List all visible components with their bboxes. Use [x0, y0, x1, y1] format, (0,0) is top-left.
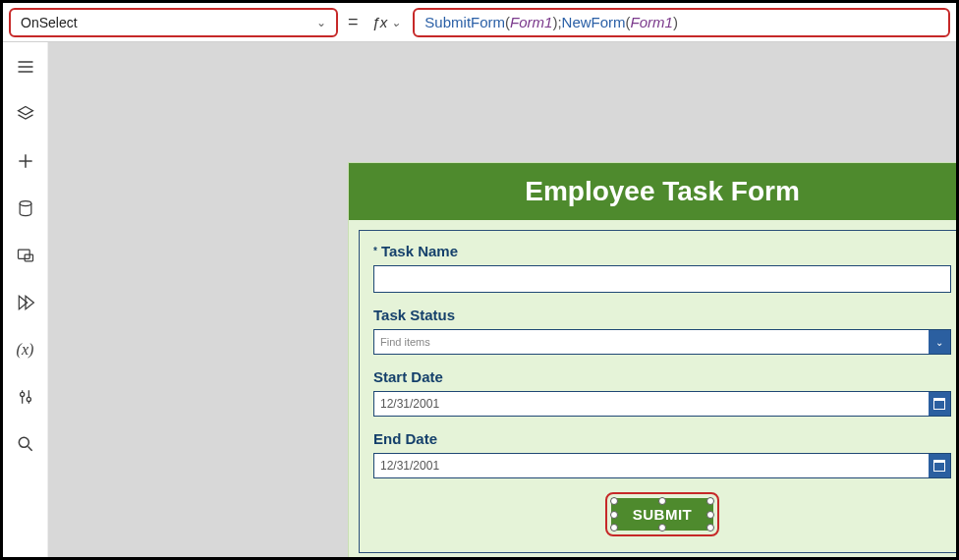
start-date-field: Start Date 12/31/2001 — [373, 368, 951, 417]
start-date-picker[interactable]: 12/31/2001 — [373, 391, 951, 417]
resize-handle[interactable] — [658, 497, 666, 505]
power-automate-icon[interactable] — [15, 292, 36, 313]
resize-handle[interactable] — [658, 524, 666, 532]
formula-input[interactable]: SubmitForm(Form1);NewForm(Form1) — [413, 8, 950, 37]
data-icon[interactable] — [15, 197, 36, 219]
submit-area: SUBMIT — [373, 492, 951, 536]
form-title-text: Employee Task Form — [525, 176, 800, 207]
calendar-icon[interactable] — [929, 392, 950, 416]
canvas-area[interactable]: Employee Task Form * Task Name Task Stat… — [48, 42, 956, 557]
date-value: 12/31/2001 — [374, 459, 439, 473]
resize-handle[interactable] — [610, 511, 618, 519]
chevron-down-icon[interactable]: ⌄ — [929, 330, 950, 354]
app-screen: Employee Task Form * Task Name Task Stat… — [348, 162, 959, 560]
calendar-icon[interactable] — [929, 454, 950, 477]
search-icon[interactable] — [15, 433, 36, 455]
insert-icon[interactable] — [15, 150, 36, 172]
formula-token: SubmitForm — [424, 14, 505, 30]
submit-button[interactable]: SUBMIT — [611, 498, 714, 531]
fx-icon: ƒx — [372, 14, 388, 30]
media-icon[interactable] — [15, 245, 36, 266]
formula-token: Form1 — [631, 14, 673, 30]
layers-icon[interactable] — [15, 103, 36, 125]
task-name-field: * Task Name — [373, 243, 951, 293]
equals-label: = — [346, 12, 361, 32]
svg-point-10 — [20, 392, 24, 396]
formula-token: NewForm — [562, 14, 626, 30]
task-status-field: Task Status Find items ⌄ — [373, 307, 951, 355]
task-status-label: Task Status — [373, 307, 951, 323]
end-date-label: End Date — [373, 430, 951, 447]
workspace: (x) Employee Task Form * Task Name — [3, 42, 956, 557]
label-text: Task Name — [381, 243, 458, 259]
resize-handle[interactable] — [610, 497, 618, 505]
form-title: Employee Task Form — [349, 163, 959, 220]
formula-bar: OnSelect ⌄ = ƒx ⌄ SubmitForm(Form1);NewF… — [3, 3, 956, 42]
resize-handle[interactable] — [706, 524, 714, 532]
end-date-field: End Date 12/31/2001 — [373, 430, 951, 478]
label-text: Start Date — [373, 368, 443, 385]
property-dropdown[interactable]: OnSelect ⌄ — [9, 8, 338, 37]
tree-view-icon[interactable] — [15, 56, 36, 78]
task-name-input[interactable] — [373, 265, 951, 293]
svg-point-6 — [20, 201, 31, 206]
chevron-down-icon: ⌄ — [316, 16, 326, 29]
svg-line-14 — [28, 447, 31, 451]
formula-token: ) — [673, 14, 678, 30]
task-name-label: * Task Name — [373, 243, 951, 259]
variables-icon[interactable]: (x) — [15, 339, 36, 361]
tools-icon[interactable] — [15, 386, 36, 408]
svg-rect-8 — [25, 254, 32, 261]
submit-label: SUBMIT — [633, 506, 693, 523]
label-text: End Date — [373, 430, 437, 447]
svg-point-13 — [19, 437, 28, 447]
required-asterisk: * — [373, 246, 377, 256]
chevron-down-icon: ⌄ — [391, 16, 401, 29]
label-text: Task Status — [373, 307, 455, 323]
resize-handle[interactable] — [706, 497, 714, 505]
task-status-combobox[interactable]: Find items ⌄ — [373, 329, 951, 355]
resize-handle[interactable] — [610, 524, 618, 532]
svg-point-12 — [27, 397, 30, 401]
fx-button[interactable]: ƒx ⌄ — [368, 14, 406, 30]
combobox-placeholder: Find items — [374, 336, 430, 348]
form-container: * Task Name Task Status Find items ⌄ — [359, 230, 959, 553]
formula-token: Form1 — [510, 14, 552, 30]
resize-handle[interactable] — [706, 511, 714, 519]
svg-marker-3 — [18, 107, 32, 115]
selection-outline: SUBMIT — [605, 492, 720, 536]
property-value: OnSelect — [21, 15, 78, 30]
left-rail: (x) — [3, 42, 48, 557]
date-value: 12/31/2001 — [374, 397, 439, 411]
start-date-label: Start Date — [373, 368, 951, 385]
end-date-picker[interactable]: 12/31/2001 — [373, 453, 951, 478]
